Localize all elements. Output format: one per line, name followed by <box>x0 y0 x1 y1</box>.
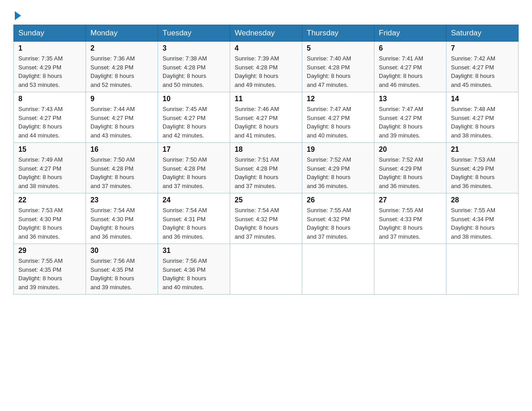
day-number: 15 <box>18 146 81 154</box>
day-number: 25 <box>235 196 297 204</box>
day-number: 5 <box>307 44 369 52</box>
page-header <box>13 9 519 20</box>
day-info: Sunrise: 7:53 AMSunset: 4:30 PMDaylight:… <box>18 206 81 241</box>
day-info: Sunrise: 7:47 AMSunset: 4:27 PMDaylight:… <box>379 105 442 140</box>
day-of-week-header: Wednesday <box>230 25 302 42</box>
day-info: Sunrise: 7:48 AMSunset: 4:27 PMDaylight:… <box>451 105 514 140</box>
day-info: Sunrise: 7:56 AMSunset: 4:35 PMDaylight:… <box>90 257 153 291</box>
calendar-week-row: 1Sunrise: 7:35 AMSunset: 4:29 PMDaylight… <box>14 42 519 92</box>
day-number: 7 <box>451 44 514 52</box>
day-info: Sunrise: 7:56 AMSunset: 4:36 PMDaylight:… <box>163 257 225 291</box>
day-of-week-header: Saturday <box>446 25 519 42</box>
calendar-day-cell: 13Sunrise: 7:47 AMSunset: 4:27 PMDayligh… <box>374 92 446 143</box>
calendar-day-cell: 22Sunrise: 7:53 AMSunset: 4:30 PMDayligh… <box>14 193 86 244</box>
day-number: 31 <box>163 247 225 255</box>
day-info: Sunrise: 7:54 AMSunset: 4:31 PMDaylight:… <box>163 206 225 241</box>
day-number: 6 <box>379 44 442 52</box>
day-info: Sunrise: 7:45 AMSunset: 4:27 PMDaylight:… <box>163 105 225 140</box>
calendar-day-cell: 3Sunrise: 7:38 AMSunset: 4:28 PMDaylight… <box>158 42 230 92</box>
day-of-week-header: Monday <box>86 25 158 42</box>
day-number: 1 <box>18 44 81 52</box>
calendar-day-cell <box>230 244 302 295</box>
day-number: 18 <box>235 146 297 154</box>
calendar-day-cell <box>446 244 519 295</box>
day-of-week-header: Sunday <box>14 25 86 42</box>
day-number: 27 <box>379 196 442 204</box>
calendar-day-cell: 9Sunrise: 7:44 AMSunset: 4:27 PMDaylight… <box>86 92 158 143</box>
calendar-day-cell: 19Sunrise: 7:52 AMSunset: 4:29 PMDayligh… <box>302 143 374 193</box>
day-number: 8 <box>18 95 81 103</box>
day-info: Sunrise: 7:44 AMSunset: 4:27 PMDaylight:… <box>90 105 153 140</box>
day-number: 21 <box>451 146 514 154</box>
day-info: Sunrise: 7:55 AMSunset: 4:35 PMDaylight:… <box>18 257 81 291</box>
day-number: 12 <box>307 95 369 103</box>
calendar-day-cell: 2Sunrise: 7:36 AMSunset: 4:28 PMDaylight… <box>86 42 158 92</box>
day-number: 13 <box>379 95 442 103</box>
calendar-week-row: 8Sunrise: 7:43 AMSunset: 4:27 PMDaylight… <box>14 92 519 143</box>
day-info: Sunrise: 7:49 AMSunset: 4:27 PMDaylight:… <box>18 155 81 190</box>
day-number: 20 <box>379 146 442 154</box>
day-info: Sunrise: 7:55 AMSunset: 4:32 PMDaylight:… <box>307 206 369 241</box>
day-number: 23 <box>90 196 153 204</box>
calendar-day-cell: 30Sunrise: 7:56 AMSunset: 4:35 PMDayligh… <box>86 244 158 295</box>
day-info: Sunrise: 7:50 AMSunset: 4:28 PMDaylight:… <box>163 155 225 190</box>
day-number: 19 <box>307 146 369 154</box>
calendar-day-cell: 27Sunrise: 7:55 AMSunset: 4:33 PMDayligh… <box>374 193 446 244</box>
calendar-day-cell: 31Sunrise: 7:56 AMSunset: 4:36 PMDayligh… <box>158 244 230 295</box>
day-info: Sunrise: 7:53 AMSunset: 4:29 PMDaylight:… <box>451 155 514 190</box>
day-number: 29 <box>18 247 81 255</box>
day-info: Sunrise: 7:40 AMSunset: 4:28 PMDaylight:… <box>307 54 369 89</box>
day-number: 14 <box>451 95 514 103</box>
day-info: Sunrise: 7:39 AMSunset: 4:28 PMDaylight:… <box>235 54 297 89</box>
calendar-day-cell: 18Sunrise: 7:51 AMSunset: 4:28 PMDayligh… <box>230 143 302 193</box>
calendar-day-cell: 20Sunrise: 7:52 AMSunset: 4:29 PMDayligh… <box>374 143 446 193</box>
day-number: 2 <box>90 44 153 52</box>
calendar-day-cell: 26Sunrise: 7:55 AMSunset: 4:32 PMDayligh… <box>302 193 374 244</box>
calendar-day-cell: 6Sunrise: 7:41 AMSunset: 4:27 PMDaylight… <box>374 42 446 92</box>
calendar-day-cell: 25Sunrise: 7:54 AMSunset: 4:32 PMDayligh… <box>230 193 302 244</box>
calendar-day-cell <box>302 244 374 295</box>
day-info: Sunrise: 7:54 AMSunset: 4:32 PMDaylight:… <box>235 206 297 241</box>
day-number: 24 <box>163 196 225 204</box>
calendar-day-cell: 15Sunrise: 7:49 AMSunset: 4:27 PMDayligh… <box>14 143 86 193</box>
day-number: 22 <box>18 196 81 204</box>
day-info: Sunrise: 7:46 AMSunset: 4:27 PMDaylight:… <box>235 105 297 140</box>
day-of-week-header: Thursday <box>302 25 374 42</box>
day-number: 10 <box>163 95 225 103</box>
calendar-day-cell: 17Sunrise: 7:50 AMSunset: 4:28 PMDayligh… <box>158 143 230 193</box>
day-info: Sunrise: 7:41 AMSunset: 4:27 PMDaylight:… <box>379 54 442 89</box>
day-number: 11 <box>235 95 297 103</box>
day-number: 4 <box>235 44 297 52</box>
calendar-week-row: 22Sunrise: 7:53 AMSunset: 4:30 PMDayligh… <box>14 193 519 244</box>
calendar-day-cell: 29Sunrise: 7:55 AMSunset: 4:35 PMDayligh… <box>14 244 86 295</box>
day-number: 28 <box>451 196 514 204</box>
day-info: Sunrise: 7:36 AMSunset: 4:28 PMDaylight:… <box>90 54 153 89</box>
day-number: 3 <box>163 44 225 52</box>
calendar-week-row: 29Sunrise: 7:55 AMSunset: 4:35 PMDayligh… <box>14 244 519 295</box>
day-number: 26 <box>307 196 369 204</box>
day-info: Sunrise: 7:42 AMSunset: 4:27 PMDaylight:… <box>451 54 514 89</box>
calendar-day-cell: 12Sunrise: 7:47 AMSunset: 4:27 PMDayligh… <box>302 92 374 143</box>
day-info: Sunrise: 7:47 AMSunset: 4:27 PMDaylight:… <box>307 105 369 140</box>
day-number: 17 <box>163 146 225 154</box>
calendar-day-cell: 1Sunrise: 7:35 AMSunset: 4:29 PMDaylight… <box>14 42 86 92</box>
logo-blue-text <box>13 11 21 20</box>
calendar-day-cell: 11Sunrise: 7:46 AMSunset: 4:27 PMDayligh… <box>230 92 302 143</box>
day-of-week-header: Friday <box>374 25 446 42</box>
day-number: 30 <box>90 247 153 255</box>
day-info: Sunrise: 7:35 AMSunset: 4:29 PMDaylight:… <box>18 54 81 89</box>
day-info: Sunrise: 7:52 AMSunset: 4:29 PMDaylight:… <box>307 155 369 190</box>
day-info: Sunrise: 7:52 AMSunset: 4:29 PMDaylight:… <box>379 155 442 190</box>
day-info: Sunrise: 7:54 AMSunset: 4:30 PMDaylight:… <box>90 206 153 241</box>
calendar-day-cell: 8Sunrise: 7:43 AMSunset: 4:27 PMDaylight… <box>14 92 86 143</box>
calendar-day-cell: 28Sunrise: 7:55 AMSunset: 4:34 PMDayligh… <box>446 193 519 244</box>
calendar-day-cell: 7Sunrise: 7:42 AMSunset: 4:27 PMDaylight… <box>446 42 519 92</box>
logo <box>13 9 21 20</box>
calendar-week-row: 15Sunrise: 7:49 AMSunset: 4:27 PMDayligh… <box>14 143 519 193</box>
logo-triangle-icon <box>15 11 21 20</box>
calendar-day-cell: 24Sunrise: 7:54 AMSunset: 4:31 PMDayligh… <box>158 193 230 244</box>
calendar-table: SundayMondayTuesdayWednesdayThursdayFrid… <box>13 25 519 295</box>
day-info: Sunrise: 7:38 AMSunset: 4:28 PMDaylight:… <box>163 54 225 89</box>
calendar-day-cell: 16Sunrise: 7:50 AMSunset: 4:28 PMDayligh… <box>86 143 158 193</box>
day-number: 9 <box>90 95 153 103</box>
